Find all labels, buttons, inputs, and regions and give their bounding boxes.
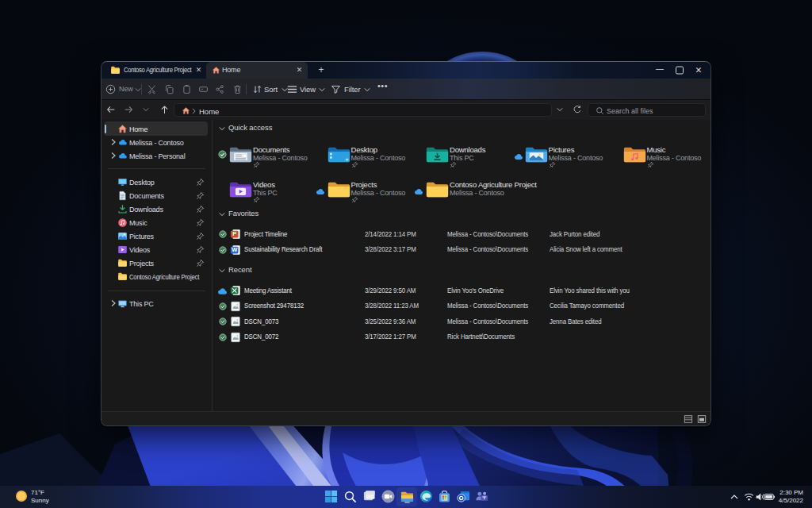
svg-text:W: W (232, 246, 237, 253)
svg-text:P: P (232, 230, 236, 237)
